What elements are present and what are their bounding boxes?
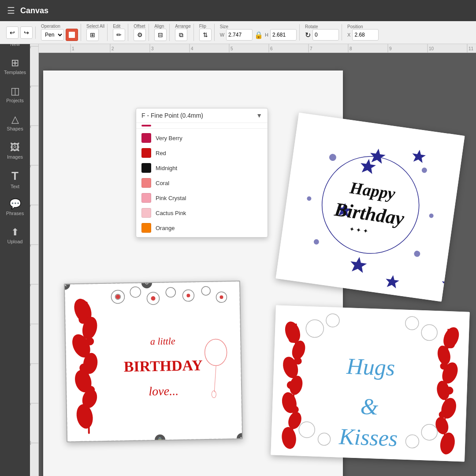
flip-group: Flip ⇅ <box>197 24 215 41</box>
color-item[interactable]: Red <box>136 145 268 160</box>
edit-group: Edit ✏ <box>110 24 128 41</box>
size-group: Size W 🔒 H <box>217 24 300 41</box>
svg-text:4: 4 <box>30 205 32 207</box>
svg-text:5: 5 <box>231 46 233 51</box>
sidebar-item-images[interactable]: 🖼 Images <box>2 138 28 164</box>
svg-text:9: 9 <box>30 403 32 405</box>
svg-text:a little: a little <box>150 335 175 347</box>
rotate-input[interactable] <box>312 29 339 41</box>
svg-text:Kisses: Kisses <box>338 424 398 451</box>
svg-text:10: 10 <box>30 441 32 445</box>
svg-text:8: 8 <box>350 46 352 51</box>
redo-button[interactable]: ↪ <box>20 26 33 39</box>
dropdown-header[interactable]: F - Fine Point (0.4mm) ▼ <box>136 108 268 123</box>
color-item[interactable]: Midnight <box>136 160 268 175</box>
color-swatch <box>141 223 151 233</box>
rotate-label: Rotate <box>305 24 318 29</box>
svg-text:7: 7 <box>310 46 312 51</box>
color-item[interactable]: Pink Crystal <box>136 190 268 205</box>
align-label: Align <box>154 24 164 29</box>
operation-group: Operation Pen <box>38 24 81 41</box>
select-all-group: Select All ⊞ <box>84 24 108 41</box>
width-input[interactable] <box>226 29 253 41</box>
top-bar: ☰ Canvas <box>0 0 476 21</box>
align-button[interactable]: ⊟ <box>154 29 167 41</box>
sidebar-item-phrases[interactable]: 💬 Phrases <box>2 194 28 220</box>
color-item[interactable]: Orange <box>136 220 268 235</box>
operation-select[interactable]: Pen <box>41 29 64 41</box>
text-icon: T <box>11 169 19 183</box>
shapes-icon: △ <box>11 114 19 125</box>
arrange-button[interactable]: ⧉ <box>175 29 187 41</box>
color-name: Cactus Pink <box>156 210 186 216</box>
color-name: Very Berry <box>156 135 182 141</box>
sidebar-item-projects[interactable]: ◫ Projects <box>2 81 28 108</box>
color-name: Pink Crystal <box>156 195 186 201</box>
projects-icon: ◫ <box>11 86 20 97</box>
svg-text:1: 1 <box>30 86 32 88</box>
select-all-label: Select All <box>86 24 104 29</box>
color-item[interactable]: Cactus Pink <box>136 205 268 220</box>
svg-text:5: 5 <box>30 245 32 247</box>
position-label: Position <box>347 24 363 29</box>
card-birthday: Happy Birthday ✦ ✦ ✦ <box>275 112 465 301</box>
size-label: Size <box>220 24 228 29</box>
card-birthday2[interactable]: a little BIRTHDAY love... ✕ ↻ ⤡ 🔒 2.747" <box>64 281 243 443</box>
svg-text:6: 6 <box>30 284 32 286</box>
color-item[interactable]: Very Berry <box>136 130 268 145</box>
svg-text:love...: love... <box>149 384 178 398</box>
color-swatch <box>141 148 151 158</box>
birthday2-card-svg: a little BIRTHDAY love... <box>65 282 243 443</box>
color-swatch <box>141 163 151 173</box>
offset-button[interactable]: ⚙ <box>134 29 146 41</box>
svg-rect-26 <box>30 44 39 476</box>
sidebar-item-shapes[interactable]: △ Shapes <box>2 109 28 136</box>
svg-rect-0 <box>69 32 75 38</box>
svg-text:&: & <box>360 394 379 419</box>
svg-text:3: 3 <box>151 46 154 51</box>
svg-text:4: 4 <box>191 46 193 51</box>
offset-group: Offset ⚙ <box>131 24 149 41</box>
sidebar-item-templates[interactable]: ⊞ Templates <box>2 53 28 79</box>
undo-button[interactable]: ↩ <box>6 26 19 39</box>
sidebar: ✚ New ⊞ Templates ◫ Projects △ Shapes 🖼 … <box>0 21 30 476</box>
flip-button[interactable]: ⇅ <box>199 29 212 41</box>
hugs-card-svg: Hugs & Kisses <box>271 305 470 461</box>
operation-label: Operation <box>41 24 60 29</box>
color-swatch <box>141 208 151 218</box>
sidebar-projects-label: Projects <box>6 98 24 103</box>
edit-label: Edit <box>113 24 120 29</box>
sidebar-text-label: Text <box>11 184 19 189</box>
sidebar-phrases-label: Phrases <box>6 211 24 216</box>
height-input[interactable] <box>270 29 297 41</box>
svg-text:BIRTHDAY: BIRTHDAY <box>123 357 203 375</box>
current-color-row <box>136 123 268 129</box>
position-x-input[interactable] <box>352 29 379 41</box>
arrange-label: Arrange <box>175 24 191 29</box>
app-title: Canvas <box>20 6 48 15</box>
rotate-group: Rotate ↻ <box>302 24 342 41</box>
sidebar-upload-label: Upload <box>7 239 23 244</box>
select-all-button[interactable]: ⊞ <box>86 29 99 41</box>
vertical-ruler: 01234567891011 const svgV = document.que… <box>30 44 39 476</box>
arrange-group: Arrange ⧉ <box>172 24 194 41</box>
svg-text:8: 8 <box>30 364 32 366</box>
svg-text:6: 6 <box>270 46 273 51</box>
phrases-icon: 💬 <box>9 198 21 210</box>
sidebar-item-upload[interactable]: ⬆ Upload <box>2 222 28 249</box>
color-name: Orange <box>156 225 175 231</box>
svg-text:7: 7 <box>30 324 32 326</box>
sidebar-item-text[interactable]: T Text <box>2 166 28 192</box>
canvas-area: Happy Birthday ✦ ✦ ✦ <box>30 44 476 476</box>
sidebar-images-label: Images <box>7 154 23 160</box>
pen-tool-button[interactable] <box>66 29 78 41</box>
chevron-down-icon: ▼ <box>256 112 262 119</box>
svg-text:1: 1 <box>72 46 74 51</box>
color-item[interactable]: Coral <box>136 175 268 190</box>
menu-icon[interactable]: ☰ <box>7 5 15 16</box>
color-swatch <box>141 133 151 143</box>
edit-button[interactable]: ✏ <box>113 29 125 41</box>
toolbar: ↩ ↪ Operation Pen Select All ⊞ Edit ✏ <box>0 21 476 44</box>
align-group: Align ⊟ <box>152 24 170 41</box>
svg-text:0: 0 <box>30 46 32 48</box>
